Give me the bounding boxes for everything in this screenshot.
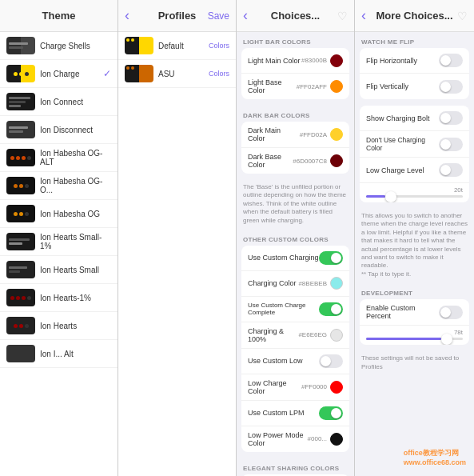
use-custom-charge-complete-row: Use Custom Charge Complete: [241, 297, 349, 322]
low-charge-color-swatch[interactable]: [330, 381, 343, 394]
low-charge-level-label: Low Charge Level: [366, 166, 439, 174]
profiles-back-button[interactable]: ‹: [125, 7, 129, 24]
more-choices-back-button[interactable]: ‹: [361, 7, 366, 24]
theme-preview-ion-hearts-1: [6, 289, 35, 306]
theme-title: Theme: [42, 10, 76, 22]
dark-base-color-value: #6D0007C8: [293, 158, 327, 165]
theme-name-ion-habesha-og: Ion Habesha OG: [40, 210, 111, 218]
charging-color-swatch[interactable]: [330, 277, 343, 290]
low-charge-info: This allows you to switch to another the…: [355, 209, 474, 283]
low-charge-slider-row: 20t: [360, 183, 469, 202]
more-choices-heart-icon[interactable]: ♡: [457, 10, 468, 22]
use-custom-charging-toggle[interactable]: [319, 251, 343, 265]
flip-horizontally-toggle[interactable]: [439, 54, 463, 67]
theme-preview-charge-shells: [6, 37, 35, 54]
charging-color-row: Charging Color #8BEBEB: [241, 271, 349, 297]
profile-preview-default: [125, 37, 153, 54]
light-base-color-label: Light Base Color: [248, 78, 297, 94]
light-bar-header: LIGHT BAR COLORS: [237, 32, 354, 48]
use-custom-lpm-toggle[interactable]: [319, 406, 343, 420]
theme-item-charge-shells[interactable]: Charge Shells: [0, 32, 118, 60]
flip-horizontally-label: Flip Horizontally: [366, 57, 439, 65]
theme-item-ion-habesha-og-o[interactable]: Ion Habesha OG-O...: [0, 172, 118, 200]
choices-heart-icon[interactable]: ♡: [337, 10, 348, 22]
theme-preview-ion-habesha-alt: [6, 149, 35, 166]
theme-name-ion-hearts-small-1: Ion Hearts Small-1%: [40, 233, 111, 250]
low-charge-level-toggle[interactable]: [439, 163, 463, 177]
flip-vertically-label: Flip Vertically: [366, 82, 439, 90]
dark-main-color-swatch[interactable]: [330, 128, 343, 141]
low-charge-slider-track[interactable]: [366, 195, 463, 198]
light-bar-card: Light Main Color #83000B Light Base Colo…: [241, 48, 349, 99]
low-charge-color-label: Low Charge Color: [248, 379, 301, 395]
theme-name-ion-charge: Ion Charge: [40, 70, 102, 78]
use-custom-lpm-row: Use Custom LPM: [241, 401, 349, 426]
light-main-color-value: #83000B: [301, 57, 327, 64]
use-custom-low-row: Use Custom Low: [241, 349, 349, 374]
choices-back-button[interactable]: ‹: [243, 7, 248, 24]
profile-item-asu[interactable]: ASU Colors: [118, 60, 236, 88]
profiles-list: Default Colors ASU Colors: [118, 32, 236, 476]
theme-header: Theme: [0, 0, 118, 32]
profile-item-default[interactable]: Default Colors: [118, 32, 236, 60]
profiles-title: Profiles: [158, 10, 197, 22]
light-base-color-row: Light Base Color #FF02AFF: [241, 74, 349, 99]
theme-item-ion-hearts[interactable]: Ion Hearts: [0, 312, 118, 340]
profiles-header: ‹ Profiles Save: [118, 0, 236, 32]
use-custom-low-toggle[interactable]: [319, 354, 343, 368]
choices-content: LIGHT BAR COLORS Light Main Color #83000…: [237, 32, 354, 476]
profile-label-asu: Colors: [209, 70, 229, 78]
checkmark-ion-charge: ✓: [103, 68, 111, 79]
development-header: DEVELOPMENT: [355, 283, 474, 299]
low-power-mode-color-swatch[interactable]: [330, 433, 343, 446]
development-card: Enable Custom Percent 78t: [360, 299, 469, 345]
theme-item-ion-hearts-small[interactable]: Ion Hearts Small: [0, 256, 118, 284]
more-choices-header: ‹ More Choices... ♡: [355, 0, 474, 32]
theme-item-ion-habesha-og[interactable]: Ion Habesha OG: [0, 200, 118, 228]
watch-me-flip-header: WATCH ME FLIP: [355, 32, 474, 48]
theme-name-ion-connect: Ion Connect: [40, 98, 111, 106]
theme-item-ion-hearts-1[interactable]: Ion Hearts-1%: [0, 284, 118, 312]
dont-use-charging-color-toggle[interactable]: [439, 138, 463, 151]
theme-name-ion-disconnect: Ion Disconnect: [40, 126, 111, 134]
custom-percent-slider-track[interactable]: [366, 338, 463, 340]
dark-base-color-row: Dark Base Color #6D0007C8: [241, 148, 349, 174]
charging-100-swatch[interactable]: [330, 329, 343, 342]
low-charge-slider-value: 20t: [366, 186, 463, 194]
profiles-save-button[interactable]: Save: [208, 10, 229, 22]
low-power-mode-color-row: Low Power Mode Color #000...: [241, 426, 349, 452]
low-power-mode-color-label: Low Power Mode Color: [248, 431, 308, 447]
dark-bar-card: Dark Main Color #FFD02A Dark Base Color …: [241, 122, 349, 174]
theme-item-more[interactable]: Ion I... Alt: [0, 340, 118, 368]
choices-header: ‹ Choices... ♡: [237, 0, 354, 32]
theme-name-ion-habesha-alt: Ion Habesha OG-ALT: [40, 149, 111, 166]
use-custom-charge-complete-toggle[interactable]: [319, 302, 343, 316]
show-charging-bolt-toggle[interactable]: [439, 111, 463, 125]
enable-custom-percent-row: Enable Custom Percent: [360, 299, 469, 326]
light-base-color-swatch[interactable]: [330, 80, 343, 93]
more-choices-panel: ‹ More Choices... ♡ WATCH ME FLIP Flip H…: [355, 0, 474, 476]
dark-main-color-label: Dark Main Color: [248, 126, 300, 142]
low-charge-level-row: Low Charge Level: [360, 158, 469, 183]
use-custom-charge-complete-label: Use Custom Charge Complete: [248, 302, 319, 316]
flip-vertically-toggle[interactable]: [439, 80, 463, 94]
other-colors-header: OTHER CUSTOM COLORS: [237, 230, 354, 246]
profile-preview-asu: [125, 65, 153, 82]
dark-main-color-row: Dark Main Color #FFD02A: [241, 122, 349, 148]
theme-preview-ion-hearts: [6, 317, 35, 334]
elegant-sharing-header: ELEGANT SHARING COLORS: [237, 458, 354, 474]
theme-item-ion-habesha-alt[interactable]: Ion Habesha OG-ALT: [0, 144, 118, 172]
charging-100-label: Charging & 100%: [248, 327, 298, 343]
dev-info: These settings will not be saved to Prof…: [355, 351, 474, 376]
theme-item-ion-disconnect[interactable]: Ion Disconnect: [0, 116, 118, 144]
theme-item-ion-hearts-small-1[interactable]: Ion Hearts Small-1%: [0, 228, 118, 256]
dark-base-color-swatch[interactable]: [330, 154, 343, 167]
dark-bar-info: The 'Base' is the unfilled portion or ou…: [237, 180, 354, 230]
profile-name-asu: ASU: [158, 70, 209, 78]
enable-custom-percent-toggle[interactable]: [439, 306, 463, 319]
theme-item-ion-connect[interactable]: Ion Connect: [0, 88, 118, 116]
low-power-mode-color-value: #000...: [308, 435, 327, 442]
light-main-color-row: Light Main Color #83000B: [241, 48, 349, 74]
light-main-color-swatch[interactable]: [330, 54, 343, 67]
theme-item-ion-charge[interactable]: Ion Charge ✓: [0, 60, 118, 88]
